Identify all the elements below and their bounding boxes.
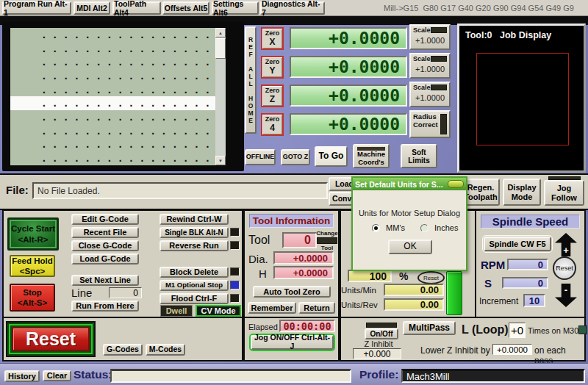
auto-tool-zero-button[interactable]: Auto Tool Zero bbox=[253, 286, 331, 298]
tab-diagnostics[interactable]: Diagnostics Alt-7 bbox=[260, 1, 325, 15]
dro-z-display[interactable]: +0.0000 bbox=[290, 84, 407, 107]
units-rev-display[interactable]: 0.00 bbox=[384, 298, 444, 311]
remember-button[interactable]: Remember bbox=[248, 302, 296, 314]
gcode-line[interactable]: ................. bbox=[10, 138, 215, 152]
single-blk-led bbox=[230, 228, 240, 237]
display-mode-button[interactable]: Display Mode bbox=[503, 179, 541, 206]
dro-4-display[interactable]: +0.0000 bbox=[290, 113, 407, 135]
goto-z-button[interactable]: GOTO Z bbox=[281, 149, 310, 165]
zero-y-button[interactable]: Zero Y bbox=[261, 56, 284, 79]
return-button[interactable]: Return bbox=[298, 302, 335, 314]
elapsed-display: 00:00:00 bbox=[279, 320, 335, 332]
g-codes-button[interactable]: G-Codes bbox=[103, 344, 143, 356]
zero-x-button[interactable]: Zero X bbox=[261, 27, 284, 50]
load-gcode-button[interactable]: Load G-Code bbox=[71, 253, 139, 265]
radio-mm[interactable]: MM's bbox=[372, 223, 405, 232]
radio-mm-label[interactable]: MM's bbox=[386, 223, 405, 232]
rpm-display[interactable]: 0 bbox=[507, 259, 548, 270]
scale-x-value[interactable]: +1.0000 bbox=[413, 36, 447, 45]
gcode-line[interactable]: ................. bbox=[10, 110, 215, 124]
increment-label: Increment bbox=[479, 296, 518, 306]
history-button[interactable]: History bbox=[4, 370, 40, 382]
scale-z-value[interactable]: +1.0000 bbox=[413, 93, 447, 102]
zero-z-button[interactable]: Zero Z bbox=[261, 84, 284, 107]
scroll-down-icon[interactable]: ▼ bbox=[215, 156, 226, 165]
spindle-cw-button[interactable]: Spindle CW F5 bbox=[484, 237, 551, 251]
gcode-line[interactable]: ................. bbox=[10, 83, 215, 97]
z-inhibit-onoff-button[interactable]: On/Off bbox=[365, 328, 398, 339]
h-display[interactable]: +0.0000 bbox=[273, 266, 334, 279]
radio-inches-icon[interactable] bbox=[420, 224, 429, 232]
edit-gcode-button[interactable]: Edit G-Code bbox=[71, 214, 139, 225]
tab-program-run[interactable]: Program Run Alt-1 bbox=[2, 1, 71, 15]
dro-y-display[interactable]: +0.0000 bbox=[290, 56, 407, 78]
flood-button[interactable]: Flood Ctrl-F bbox=[159, 293, 229, 304]
elapsed-label: Elapsed bbox=[248, 323, 278, 331]
feed-hold-button[interactable]: Feed Hold <Spc> bbox=[10, 255, 55, 277]
s-display[interactable]: 0 bbox=[502, 277, 548, 289]
reverse-run-button[interactable]: Reverse Run bbox=[159, 240, 229, 251]
gcode-line[interactable]: ................. bbox=[10, 55, 215, 69]
scroll-up-icon[interactable]: ▲ bbox=[215, 28, 226, 37]
zero-4-button[interactable]: Zero 4 bbox=[261, 113, 284, 136]
close-gcode-button[interactable]: Close G-Code bbox=[71, 240, 139, 251]
tab-settings[interactable]: Settings Alt6 bbox=[212, 1, 259, 15]
spindle-plus-button[interactable]: + bbox=[555, 233, 577, 256]
set-default-units-dialog: Set Default Units for S... Units for Mot… bbox=[351, 176, 467, 271]
rewind-button[interactable]: Rewind Ctrl-W bbox=[159, 214, 229, 225]
m-codes-button[interactable]: M-Codes bbox=[146, 344, 185, 356]
reset-button[interactable]: Reset bbox=[6, 321, 96, 357]
radio-inches-label[interactable]: Inches bbox=[434, 223, 458, 232]
z-inhibit-value-field[interactable]: +0.000 bbox=[353, 348, 401, 359]
change-tool-button[interactable]: Change Tool bbox=[316, 230, 338, 251]
gcode-line[interactable]: ................. bbox=[10, 28, 215, 42]
run-from-here-button[interactable]: Run From Here bbox=[71, 301, 139, 312]
scale-y-value[interactable]: +1.0000 bbox=[413, 65, 447, 73]
increment-display[interactable]: 10 bbox=[523, 294, 545, 307]
radio-mm-icon[interactable] bbox=[372, 224, 380, 232]
dia-display[interactable]: +0.0000 bbox=[273, 251, 334, 265]
gcode-line[interactable]: ................. bbox=[10, 42, 215, 56]
clear-button[interactable]: Clear bbox=[43, 370, 71, 381]
offline-button[interactable]: OFFLINE bbox=[245, 149, 276, 165]
tab-mdi[interactable]: MDI Alt2 bbox=[74, 1, 110, 15]
feed-override-display[interactable]: 100 bbox=[348, 270, 392, 282]
gcode-line[interactable]: ................. bbox=[10, 69, 215, 83]
gcode-line[interactable]: ................. bbox=[10, 151, 215, 165]
cycle-start-button[interactable]: Cycle Start <Alt-R> bbox=[7, 217, 59, 251]
dialog-titlebar-button[interactable] bbox=[448, 180, 464, 188]
spindle-reset-button[interactable]: Reset bbox=[553, 256, 576, 280]
spindle-minus-button[interactable]: - bbox=[555, 284, 577, 307]
block-delete-button[interactable]: Block Delete bbox=[159, 267, 229, 278]
stop-button[interactable]: Stop <Alt-S> bbox=[10, 284, 55, 312]
machine-coords-button[interactable]: Machine Coord's bbox=[353, 144, 390, 168]
m1-optional-stop-button[interactable]: M1 Optional Stop bbox=[159, 280, 229, 291]
lower-z-value-field[interactable]: +0.0000 bbox=[492, 344, 532, 355]
gcode-line[interactable]: ................. bbox=[10, 124, 215, 138]
dro-x-display[interactable]: +0.0000 bbox=[290, 27, 407, 49]
line-number-field[interactable]: 0 bbox=[109, 287, 142, 298]
single-blk-button[interactable]: Single BLK Alt-N bbox=[159, 227, 229, 238]
jog-follow-button[interactable]: Jog Follow bbox=[544, 180, 584, 206]
tab-toolpath[interactable]: ToolPath Alt4 bbox=[112, 1, 161, 15]
loop-count-field[interactable]: +0 bbox=[509, 323, 526, 338]
recent-file-button[interactable]: Recent File bbox=[71, 227, 139, 238]
radio-inches[interactable]: Inches bbox=[420, 223, 458, 232]
radius-correct-button[interactable]: Radius Correct bbox=[409, 110, 451, 138]
feed-override-slider[interactable] bbox=[446, 271, 462, 315]
dialog-ok-button[interactable]: OK bbox=[388, 240, 432, 254]
feed-reset-button[interactable]: Reset bbox=[417, 271, 445, 284]
gcode-window: ................. ................. ....… bbox=[2, 22, 244, 171]
jog-onoff-button[interactable]: Jog ON/OFF Ctrl-Alt-J bbox=[251, 335, 334, 350]
gcode-line-selected[interactable]: ................. bbox=[10, 96, 215, 110]
soft-limits-button[interactable]: Soft Limits bbox=[401, 144, 437, 168]
ref-all-home-button[interactable]: REF ALL HOME bbox=[245, 26, 257, 134]
feed-hold-label: Feed Hold bbox=[12, 256, 53, 266]
tool-number-display[interactable]: 0 bbox=[282, 232, 317, 248]
scrollbar-thumb[interactable] bbox=[215, 38, 226, 59]
units-min-display[interactable]: 0.00 bbox=[384, 284, 444, 296]
tab-offsets[interactable]: Offsets Alt5 bbox=[162, 1, 209, 15]
to-go-button[interactable]: To Go bbox=[315, 146, 348, 167]
multipass-button[interactable]: MultiPass bbox=[403, 321, 456, 335]
set-next-line-button[interactable]: Set Next Line bbox=[71, 275, 139, 286]
